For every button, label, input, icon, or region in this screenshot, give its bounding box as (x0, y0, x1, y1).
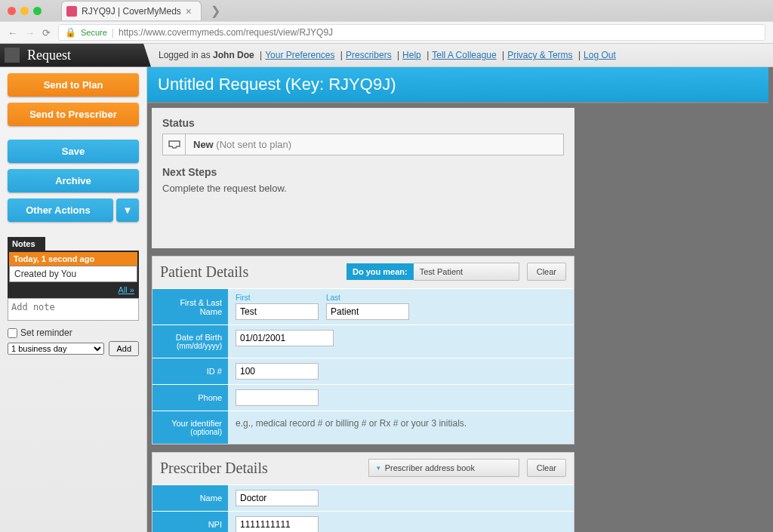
browser-tab[interactable]: RJYQ9J | CoverMyMeds × (61, 1, 202, 20)
secure-label: Secure (81, 28, 107, 37)
tab-title: RJYQ9J | CoverMyMeds (82, 6, 181, 17)
app-header: Request Logged in as John Doe |Your Pref… (0, 44, 773, 67)
prescriber-section-title: Prescriber Details (160, 460, 361, 477)
window-close-icon[interactable] (8, 7, 16, 15)
first-name-input[interactable] (236, 303, 319, 320)
sidebar: Send to Plan Send to Prescriber Save Arc… (0, 67, 147, 532)
notes-panel: Notes Today, 1 second ago Created by You… (8, 237, 139, 356)
browser-toolbar: ← → ⟳ 🔒 Secure | https://www.covermymeds… (0, 21, 773, 44)
suggest-value: Test Patient (414, 263, 519, 281)
other-actions-caret[interactable]: ▼ (116, 198, 139, 222)
back-icon[interactable]: ← (8, 27, 17, 38)
dob-label: Date of Birth (176, 333, 222, 342)
id-label: ID # (152, 358, 228, 384)
link-preferences[interactable]: Your Preferences (265, 50, 334, 60)
identifier-placeholder: e.g., medical record # or billing # or R… (236, 416, 467, 429)
last-name-sublabel: Last (326, 294, 409, 302)
notes-all-link[interactable]: All » (119, 285, 134, 294)
status-value: New (193, 139, 214, 150)
first-name-sublabel: First (236, 294, 319, 302)
browser-tab-strip: RJYQ9J | CoverMyMeds × ❯ (0, 0, 773, 21)
status-extra: (Not sent to plan) (216, 139, 291, 150)
suggestion-pill[interactable]: Do you mean: Test Patient (346, 263, 519, 281)
other-actions-button[interactable]: Other Actions (8, 198, 113, 222)
link-logout[interactable]: Log Out (584, 50, 616, 60)
patient-details-section: Patient Details Do you mean: Test Patien… (152, 256, 574, 444)
last-name-input[interactable] (326, 303, 409, 320)
note-timestamp: Today, 1 second ago (9, 252, 137, 266)
favicon-icon (66, 6, 77, 17)
forward-icon[interactable]: → (25, 27, 35, 38)
dob-sublabel: (mm/dd/yyyy) (177, 342, 222, 350)
app-title: Request (27, 48, 71, 63)
dob-input[interactable] (236, 330, 334, 346)
prescriber-npi-label: NPI (152, 512, 228, 532)
prescriber-clear-button[interactable]: Clear (527, 459, 566, 477)
save-button[interactable]: Save (8, 140, 139, 163)
phone-label: Phone (152, 385, 228, 411)
reload-icon[interactable]: ⟳ (42, 27, 51, 38)
link-help[interactable]: Help (402, 50, 421, 60)
app-header-left: Request (0, 44, 151, 67)
name-row-label: First & Last Name (152, 289, 228, 324)
patient-section-title: Patient Details (160, 263, 339, 281)
send-to-prescriber-button[interactable]: Send to Prescriber (8, 103, 139, 126)
address-bar[interactable]: 🔒 Secure | https://www.covermymeds.com/r… (58, 24, 765, 41)
notes-header: Notes (8, 237, 45, 251)
suggest-label: Do you mean: (346, 263, 414, 280)
link-tell-colleague[interactable]: Tell A Colleague (432, 50, 496, 60)
id-input[interactable] (236, 363, 319, 380)
link-prescribers[interactable]: Prescribers (346, 50, 392, 60)
patient-clear-button[interactable]: Clear (527, 263, 566, 281)
page-title: Untitled Request (Key: RJYQ9J) (147, 67, 768, 103)
send-to-plan-button[interactable]: Send to Plan (8, 73, 139, 97)
archive-button[interactable]: Archive (8, 169, 139, 192)
link-privacy[interactable]: Privacy & Terms (507, 50, 572, 60)
tab-close-icon[interactable]: × (186, 5, 192, 17)
window-minimize-icon[interactable] (20, 7, 29, 15)
url-text: https://www.covermymeds.com/request/view… (119, 27, 333, 38)
new-tab-button[interactable]: ❯ (211, 4, 220, 18)
identifier-sublabel: (optional) (190, 428, 222, 436)
lock-icon: 🔒 (65, 27, 76, 38)
logged-in-label: Logged in as (159, 50, 213, 60)
set-reminder-checkbox[interactable] (8, 328, 17, 338)
phone-input[interactable] (236, 389, 319, 406)
prescriber-name-label: Name (152, 485, 228, 511)
app-header-right: Logged in as John Doe |Your Preferences … (151, 50, 616, 60)
next-steps-label: Next Steps (162, 166, 564, 178)
window-zoom-icon[interactable] (33, 7, 42, 15)
reminder-period-select[interactable]: 1 business day (8, 343, 104, 355)
prescriber-name-input[interactable] (236, 490, 319, 506)
identifier-label: Your identifier (171, 419, 222, 428)
prescriber-details-section: Prescriber Details Prescriber address bo… (152, 452, 574, 532)
add-note-button[interactable]: Add (109, 341, 139, 356)
prescriber-address-book-button[interactable]: Prescriber address book (368, 459, 519, 477)
home-icon[interactable] (5, 48, 20, 63)
note-text: Created by You (9, 266, 137, 282)
next-steps-body: Complete the request below. (162, 183, 564, 194)
prescriber-npi-input[interactable] (236, 516, 319, 532)
set-reminder-label: Set reminder (20, 328, 72, 338)
status-panel: Status New (Not sent to plan) Next Steps… (152, 108, 574, 248)
status-label: Status (162, 117, 564, 129)
inbox-icon (163, 134, 186, 155)
add-note-input[interactable] (8, 298, 139, 321)
main-content: Untitled Request (Key: RJYQ9J) Status Ne… (147, 67, 773, 532)
user-name: John Doe (213, 50, 254, 60)
